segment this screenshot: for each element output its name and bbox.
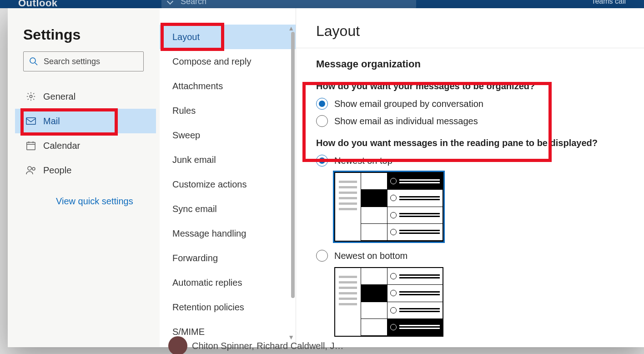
mid-item-retention[interactable]: Retention policies (160, 295, 296, 319)
app-brand: Outlook (18, 0, 58, 9)
calendar-icon (26, 141, 43, 151)
svg-rect-4 (27, 142, 35, 150)
nav-item-calendar[interactable]: Calendar (15, 133, 156, 158)
radio-newest-top[interactable]: Newest on top (316, 155, 626, 167)
global-search-placeholder: Search (181, 0, 206, 6)
settings-nav: General Mail Calendar People (23, 84, 151, 182)
nav-item-general[interactable]: General (15, 84, 156, 109)
nav-label: Calendar (43, 141, 80, 151)
search-settings-placeholder: Search settings (44, 57, 100, 66)
mid-item-handling[interactable]: Message handling (160, 221, 296, 246)
search-settings-input[interactable]: Search settings (23, 51, 144, 71)
settings-left-column: Settings Search settings General Mail (8, 8, 160, 347)
radio-icon (316, 155, 328, 167)
view-quick-settings-link[interactable]: View quick settings (56, 196, 151, 207)
radio-newest-bottom[interactable]: Newest on bottom (316, 250, 626, 262)
gear-icon (26, 91, 43, 101)
nav-label: General (43, 91, 75, 102)
search-icon (29, 57, 38, 66)
nav-label: People (43, 165, 71, 176)
preview-newest-bottom[interactable] (334, 267, 443, 337)
svg-line-1 (35, 63, 37, 65)
svg-point-6 (32, 167, 35, 170)
chevron-down-icon (167, 0, 173, 5)
radio-icon (316, 98, 328, 110)
question-organization: How do you want your messages to be orga… (316, 81, 626, 91)
question-reading-order: How do you want messages in the reading … (316, 138, 626, 148)
svg-point-5 (28, 167, 31, 170)
mid-item-junk[interactable]: Junk email (160, 147, 296, 172)
mid-item-compose[interactable]: Compose and reply (160, 49, 296, 74)
preview-newest-top[interactable] (334, 172, 443, 242)
radio-icon (316, 115, 328, 127)
mail-icon (26, 117, 43, 125)
svg-point-0 (30, 58, 35, 63)
settings-mid-column: ▲ Layout Compose and reply Attachments R… (160, 8, 296, 347)
divider (296, 48, 644, 48)
app-topbar: Outlook Search Teams call (0, 0, 644, 8)
mid-item-forwarding[interactable]: Forwarding (160, 246, 296, 270)
avatar (168, 336, 187, 354)
section-message-organization: Message organization (316, 58, 626, 70)
svg-rect-3 (26, 118, 35, 125)
background-mail-text: Chiton Spinner, Richard Caldwell, J… (192, 341, 344, 351)
mid-item-autoreply[interactable]: Automatic replies (160, 270, 296, 295)
nav-item-people[interactable]: People (15, 158, 156, 182)
mid-item-rules[interactable]: Rules (160, 98, 296, 123)
background-mail-row: Chiton Spinner, Richard Caldwell, J… (168, 336, 344, 354)
page-title: Layout (316, 23, 626, 40)
global-search[interactable]: Search (161, 0, 416, 8)
mid-item-attachments[interactable]: Attachments (160, 74, 296, 98)
mid-item-customize[interactable]: Customize actions (160, 172, 296, 197)
nav-label: Mail (43, 116, 60, 126)
scroll-up-icon[interactable]: ▲ (288, 25, 294, 32)
radio-icon (316, 250, 328, 262)
radio-grouped-conversation[interactable]: Show email grouped by conversation (316, 98, 626, 110)
mid-scrollbar[interactable] (291, 32, 295, 298)
mid-item-sweep[interactable]: Sweep (160, 123, 296, 147)
radio-individual-messages[interactable]: Show email as individual messages (316, 115, 626, 127)
settings-panel: Settings Search settings General Mail (8, 8, 644, 347)
mid-item-layout[interactable]: Layout (160, 25, 296, 49)
people-icon (26, 166, 43, 175)
nav-item-mail[interactable]: Mail (15, 109, 156, 133)
settings-content: Layout Message organization How do you w… (296, 8, 644, 347)
mid-item-sync[interactable]: Sync email (160, 197, 296, 221)
teams-call-label[interactable]: Teams call (591, 0, 626, 5)
svg-point-2 (30, 95, 32, 98)
settings-title: Settings (23, 26, 151, 43)
